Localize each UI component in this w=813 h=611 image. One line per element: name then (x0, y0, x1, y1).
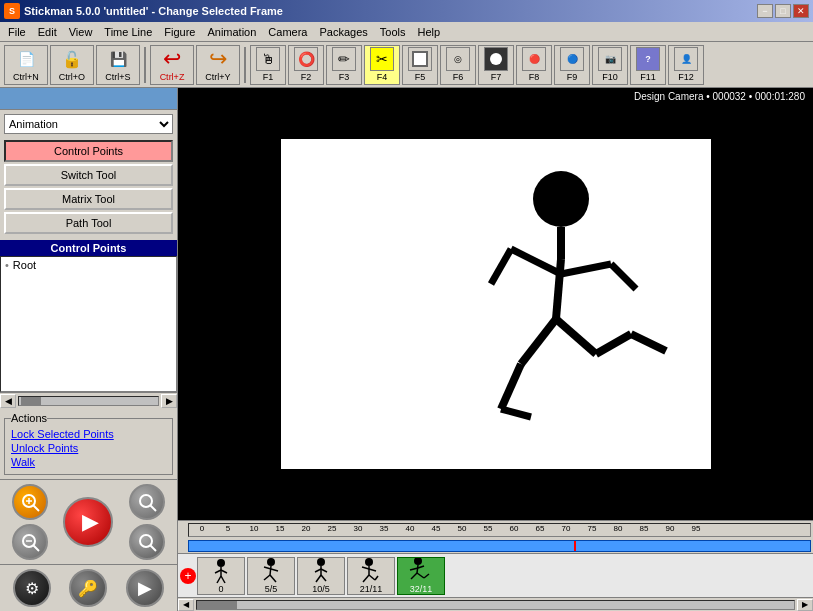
f2-button[interactable]: ⭕ F2 (288, 45, 324, 85)
scroll-right-btn-2[interactable]: ▶ (797, 599, 813, 611)
tree-dot-icon: • (5, 259, 9, 271)
f2-label: F2 (301, 72, 312, 82)
svg-point-50 (414, 558, 422, 565)
svg-point-25 (217, 559, 225, 567)
switch-tool-button[interactable]: Switch Tool (4, 164, 173, 186)
keyframe-21-11[interactable]: 21/11 (347, 557, 395, 595)
matrix-tool-button[interactable]: Matrix Tool (4, 188, 173, 210)
search-extra-button[interactable] (129, 524, 165, 560)
svg-line-29 (217, 576, 221, 583)
svg-line-55 (417, 573, 424, 578)
control-points-button[interactable]: Control Points (4, 140, 173, 162)
new-icon: 📄 (14, 47, 38, 71)
scroll-left-btn-2[interactable]: ◀ (178, 599, 194, 611)
title-text: Stickman 5.0.0 'untitled' - Change Selec… (24, 5, 283, 17)
f4-button[interactable]: ✂ F4 (364, 45, 400, 85)
camera-info: Design Camera • 000032 • 000:01:280 (630, 90, 809, 103)
svg-line-27 (215, 570, 221, 573)
next-button[interactable]: ▶ (126, 569, 164, 607)
keyframe-21-11-label: 21/11 (360, 584, 383, 594)
keyframe-32-11[interactable]: 32/11 (397, 557, 445, 595)
bottom-controls: ▶ (0, 479, 177, 564)
f7-button[interactable]: F7 (478, 45, 514, 85)
f6-button[interactable]: ◎ F6 (440, 45, 476, 85)
f10-button[interactable]: 📷 F10 (592, 45, 628, 85)
key-icon: 🔑 (78, 579, 98, 598)
search-zoom-button[interactable] (12, 484, 48, 520)
control-points-header: Control Points (0, 240, 177, 256)
f12-icon: 👤 (674, 47, 698, 71)
f1-button[interactable]: 🖱 F1 (250, 45, 286, 85)
keyframe-10-5[interactable]: 10/5 (297, 557, 345, 595)
canvas-viewport: Design Camera • 000032 • 000:01:280 (178, 88, 813, 520)
svg-line-9 (150, 505, 156, 511)
unlock-points-link[interactable]: Unlock Points (11, 442, 166, 454)
timeline-ruler-bar[interactable]: 0 5 10 15 20 25 30 35 40 45 50 55 60 65 (188, 523, 811, 537)
save-icon: 💾 (106, 47, 130, 71)
add-frame-button[interactable]: + (180, 568, 196, 584)
svg-line-30 (221, 576, 225, 583)
search-extra-icon (137, 532, 157, 552)
f11-button[interactable]: ? F11 (630, 45, 666, 85)
scroll-thumb-h[interactable] (21, 397, 41, 405)
menu-file[interactable]: File (2, 24, 32, 40)
horizontal-scrollbar[interactable]: ◀ ▶ (0, 392, 177, 408)
menu-tools[interactable]: Tools (374, 24, 412, 40)
path-tool-button[interactable]: Path Tool (4, 212, 173, 234)
f12-button[interactable]: 👤 F12 (668, 45, 704, 85)
keyframe-10-5-label: 10/5 (312, 584, 330, 594)
redo-button[interactable]: ↪ Ctrl+Y (196, 45, 240, 85)
new-label: Ctrl+N (13, 72, 39, 82)
keyframe-5-5-figure (256, 558, 286, 584)
menu-edit[interactable]: Edit (32, 24, 63, 40)
keyframe-32-11-label: 32/11 (410, 584, 433, 594)
walk-link[interactable]: Walk (11, 456, 166, 468)
bottom-row2: ⚙ 🔑 ▶ (0, 564, 177, 611)
scroll-right-button[interactable]: ▶ (161, 394, 177, 408)
scroll-track-h (18, 396, 159, 406)
svg-line-22 (596, 334, 631, 354)
menu-camera[interactable]: Camera (262, 24, 313, 40)
keyframe-0-figure (206, 558, 236, 584)
open-button[interactable]: 🔓 Ctrl+O (50, 45, 94, 85)
minimize-button[interactable]: − (757, 4, 773, 18)
save-button[interactable]: 💾 Ctrl+S (96, 45, 140, 85)
svg-line-34 (271, 569, 278, 571)
keyframe-0[interactable]: 0 (197, 557, 245, 595)
new-button[interactable]: 📄 Ctrl+N (4, 45, 48, 85)
bottom-scroll-track (196, 600, 795, 610)
menu-help[interactable]: Help (411, 24, 446, 40)
f5-label: F5 (415, 72, 426, 82)
svg-line-41 (316, 575, 321, 582)
maximize-button[interactable]: □ (775, 4, 791, 18)
main-layout: Animation Scene Camera Control Points Sw… (0, 88, 813, 611)
play-button[interactable]: ▶ (63, 497, 113, 547)
f5-button[interactable]: F5 (402, 45, 438, 85)
f8-button[interactable]: 🔴 F8 (516, 45, 552, 85)
undo-button[interactable]: ↩ Ctrl+Z (150, 45, 194, 85)
bottom-scroll-thumb[interactable] (197, 601, 237, 609)
mode-dropdown[interactable]: Animation Scene Camera (4, 114, 173, 134)
toolbar-separator-2 (244, 47, 246, 83)
keyframe-5-5[interactable]: 5/5 (247, 557, 295, 595)
tree-item-root[interactable]: • Root (1, 257, 176, 273)
scroll-left-button[interactable]: ◀ (0, 394, 16, 408)
search-right-button[interactable] (129, 484, 165, 520)
menu-timeline[interactable]: Time Line (98, 24, 158, 40)
menu-animation[interactable]: Animation (201, 24, 262, 40)
timeline-track[interactable] (188, 540, 811, 552)
svg-line-16 (491, 249, 511, 284)
toolbar-separator-1 (144, 47, 146, 83)
f9-button[interactable]: 🔵 F9 (554, 45, 590, 85)
keyframe-5-5-label: 5/5 (265, 584, 278, 594)
svg-line-15 (511, 249, 561, 274)
settings-button[interactable]: ⚙ (13, 569, 51, 607)
key-button[interactable]: 🔑 (69, 569, 107, 607)
menu-figure[interactable]: Figure (158, 24, 201, 40)
lock-selected-points-link[interactable]: Lock Selected Points (11, 428, 166, 440)
menu-view[interactable]: View (63, 24, 99, 40)
menu-packages[interactable]: Packages (313, 24, 373, 40)
close-button[interactable]: ✕ (793, 4, 809, 18)
f3-button[interactable]: ✏ F3 (326, 45, 362, 85)
search-minus-button[interactable] (12, 524, 48, 560)
